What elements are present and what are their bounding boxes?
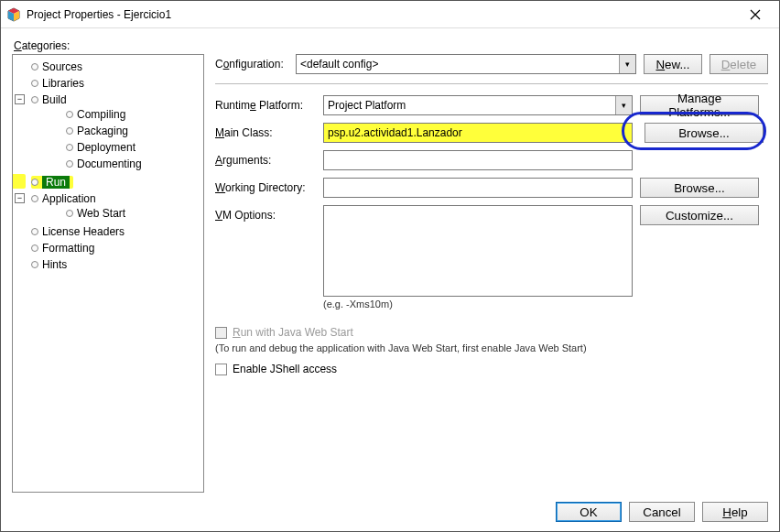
- vm-options-label: VM Options:: [215, 205, 316, 222]
- enable-jshell-label: Enable JShell access: [233, 363, 337, 375]
- tree-item-sources[interactable]: Sources: [31, 60, 82, 73]
- cancel-button[interactable]: Cancel: [629, 502, 695, 522]
- tree-toggle-build[interactable]: −: [15, 94, 25, 104]
- tree-item-application[interactable]: Application: [31, 192, 96, 205]
- arguments-input[interactable]: [323, 150, 633, 170]
- delete-config-button: Delete: [710, 54, 768, 74]
- browse-working-dir-button[interactable]: Browse...: [640, 178, 759, 198]
- vm-options-textarea[interactable]: [323, 205, 633, 297]
- help-button[interactable]: Help: [702, 502, 768, 522]
- main-class-label: Main Class:: [215, 123, 316, 139]
- vm-options-hint: (e.g. -Xms10m): [323, 299, 633, 309]
- tree-item-libraries[interactable]: Libraries: [31, 77, 84, 90]
- settings-panel: Configuration: <default config> ▾ New...…: [215, 54, 768, 493]
- working-dir-input[interactable]: [323, 178, 633, 198]
- working-dir-label: Working Directory:: [215, 178, 316, 194]
- tree-item-run[interactable]: Run: [31, 176, 70, 189]
- tree-item-documenting[interactable]: Documenting: [66, 157, 142, 170]
- customize-vm-button[interactable]: Customize...: [640, 205, 759, 225]
- titlebar: Project Properties - Ejercicio1: [1, 1, 779, 28]
- window-close-button[interactable]: [737, 2, 774, 27]
- app-logo-icon: [6, 7, 21, 22]
- categories-tree[interactable]: Sources Libraries − Build Compiling Pack…: [12, 54, 204, 493]
- enable-jshell-checkbox[interactable]: [215, 364, 227, 375]
- tree-item-formatting[interactable]: Formatting: [31, 242, 94, 255]
- tree-item-hints[interactable]: Hints: [31, 258, 67, 271]
- window-title: Project Properties - Ejercicio1: [27, 8, 737, 21]
- tree-item-packaging[interactable]: Packaging: [66, 125, 128, 137]
- close-icon: [750, 9, 761, 20]
- configuration-label: Configuration:: [215, 58, 288, 71]
- tree-item-deployment[interactable]: Deployment: [66, 141, 135, 154]
- project-properties-dialog: Project Properties - Ejercicio1 Categori…: [0, 0, 780, 532]
- run-webstart-label: Run with Java Web Start: [233, 326, 353, 339]
- tree-item-license[interactable]: License Headers: [31, 225, 125, 238]
- main-class-input[interactable]: psp.u2.actividad1.Lanzador: [323, 123, 633, 143]
- configuration-combo[interactable]: <default config> ▾: [296, 54, 636, 74]
- ok-button[interactable]: OK: [556, 502, 622, 522]
- new-config-button[interactable]: New...: [644, 54, 702, 74]
- tree-item-build[interactable]: Build: [31, 93, 67, 106]
- tree-item-webstart[interactable]: Web Start: [66, 207, 125, 220]
- chevron-down-icon: ▾: [619, 55, 635, 73]
- tree-item-compiling[interactable]: Compiling: [66, 108, 125, 121]
- browse-main-class-button[interactable]: Browse...: [645, 123, 764, 143]
- chevron-down-icon: ▾: [615, 96, 632, 114]
- runtime-platform-combo[interactable]: Project Platform ▾: [323, 95, 633, 115]
- arguments-label: Arguments:: [215, 150, 316, 167]
- runtime-platform-label: Runtime Platform:: [215, 95, 316, 112]
- categories-label: Categories:: [14, 39, 768, 52]
- webstart-note: (To run and debug the application with J…: [215, 342, 768, 353]
- run-webstart-checkbox: [215, 327, 227, 339]
- manage-platforms-button[interactable]: Manage Platforms...: [640, 95, 759, 115]
- tree-toggle-application[interactable]: −: [15, 193, 25, 203]
